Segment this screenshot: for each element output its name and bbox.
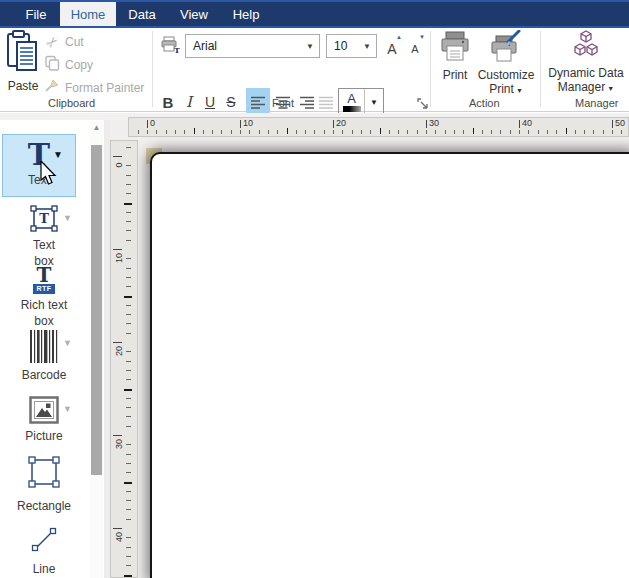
tab-help[interactable]: Help: [220, 2, 272, 26]
tab-home[interactable]: Home: [60, 2, 116, 26]
object-toolbox: T ▼ Text T ▼ Text box: [0, 120, 88, 578]
font-size-value: 10: [334, 39, 347, 53]
printer-font-icon[interactable]: T: [161, 36, 180, 58]
vertical-ruler: 010203040: [110, 140, 138, 578]
cubes-icon: [570, 30, 602, 66]
barcode-icon: [29, 330, 59, 367]
label-designer-window: File Home Data View Help Paste: [0, 0, 629, 578]
tab-file[interactable]: File: [12, 2, 60, 26]
line-icon: [30, 526, 58, 558]
rich-text-icon: T: [37, 266, 52, 284]
customize-print-button[interactable]: Customize Print▼: [474, 30, 538, 98]
format-painter-button[interactable]: Format Painter: [44, 78, 144, 98]
chevron-down-icon: ▼: [363, 42, 371, 51]
color-gradient-swatch: [343, 106, 361, 112]
scissors-icon: ✂: [41, 31, 64, 54]
chevron-down-icon[interactable]: ▼: [63, 338, 72, 348]
action-group-label: Action: [469, 97, 500, 109]
dynamic-data-manager-button[interactable]: Dynamic Data Manager▼: [548, 30, 624, 96]
italic-button[interactable]: I: [180, 88, 198, 116]
rtf-badge: RTF: [33, 284, 54, 294]
font-family-value: Arial: [193, 39, 217, 53]
justify-icon: [318, 96, 334, 109]
chevron-down-icon[interactable]: ▼: [53, 149, 63, 160]
svg-text:T: T: [174, 45, 180, 54]
strikethrough-button[interactable]: S: [221, 88, 241, 116]
copy-button[interactable]: Copy: [44, 55, 93, 75]
tool-rectangle[interactable]: Rectangle: [0, 454, 88, 514]
paste-button[interactable]: Paste: [4, 30, 42, 92]
printer-icon: [439, 30, 471, 68]
scrollbar-thumb[interactable]: [91, 145, 102, 475]
group-separator: [152, 31, 153, 107]
font-color-control: A ▼: [338, 88, 384, 116]
chevron-down-icon[interactable]: ▼: [63, 404, 72, 414]
svg-text:T: T: [39, 211, 49, 226]
grow-font-button[interactable]: A ▲: [381, 32, 403, 56]
customize-print-icon: [488, 30, 524, 68]
align-left-icon: [250, 96, 266, 109]
group-separator: [540, 31, 541, 107]
design-workspace: [104, 120, 629, 578]
shrink-font-button[interactable]: A ▼: [404, 32, 426, 56]
tool-rich-text-box[interactable]: T RTF Rich text box: [0, 266, 88, 329]
paste-label: Paste: [8, 79, 39, 93]
format-painter-brush-icon: [44, 78, 60, 98]
manage-group-label: Manager: [575, 97, 618, 109]
tool-barcode[interactable]: ▼ Barcode: [0, 330, 88, 383]
caret-up-icon: ▲: [396, 34, 402, 40]
tab-data[interactable]: Data: [116, 2, 168, 26]
scrollbar-up-arrow[interactable]: ▲: [90, 123, 103, 132]
paste-clipboard-icon: [6, 30, 40, 78]
clipboard-group-label: Clipboard: [48, 97, 95, 109]
copy-icon: [44, 55, 60, 75]
text-box-icon: T: [29, 205, 59, 237]
chevron-down-icon: ▼: [370, 98, 378, 107]
font-color-dropdown[interactable]: ▼: [364, 89, 383, 115]
horizontal-ruler: 01020304050: [128, 117, 629, 137]
font-size-select[interactable]: 10 ▼: [326, 34, 377, 58]
cut-button[interactable]: ✂ Cut: [44, 32, 84, 52]
align-left-button[interactable]: [246, 88, 270, 116]
chevron-down-icon: ▼: [607, 85, 614, 92]
mouse-cursor: [40, 161, 58, 191]
caret-down-icon: ▼: [419, 34, 425, 40]
print-button[interactable]: Print: [437, 30, 473, 82]
align-right-icon: [299, 96, 315, 109]
font-family-select[interactable]: Arial ▼: [185, 34, 320, 58]
menu-bar: File Home Data View Help: [0, 0, 629, 28]
tool-picture[interactable]: ▼ Picture: [0, 396, 88, 444]
tool-line[interactable]: Line: [0, 526, 88, 577]
chevron-down-icon: ▼: [516, 87, 523, 94]
chevron-down-icon[interactable]: ▼: [63, 213, 72, 223]
tool-text[interactable]: T ▼ Text: [2, 134, 76, 197]
justify-button[interactable]: [314, 88, 338, 116]
chevron-down-icon: ▼: [306, 42, 314, 51]
tool-text-box[interactable]: T ▼ Text box: [0, 205, 88, 269]
toolbox-scrollbar: ▲: [90, 121, 103, 578]
tab-view[interactable]: View: [168, 2, 220, 26]
font-dialog-launcher[interactable]: [417, 96, 429, 108]
design-canvas[interactable]: [150, 152, 629, 578]
picture-icon: [29, 396, 59, 428]
font-group-label: Font: [272, 97, 294, 109]
group-separator: [430, 31, 431, 107]
font-color-button[interactable]: A: [339, 89, 364, 115]
bold-button[interactable]: B: [158, 88, 178, 116]
underline-button[interactable]: U: [200, 88, 220, 116]
rectangle-icon: [26, 454, 62, 494]
ribbon: Paste ✂ Cut Copy Format Painter: [0, 28, 629, 112]
